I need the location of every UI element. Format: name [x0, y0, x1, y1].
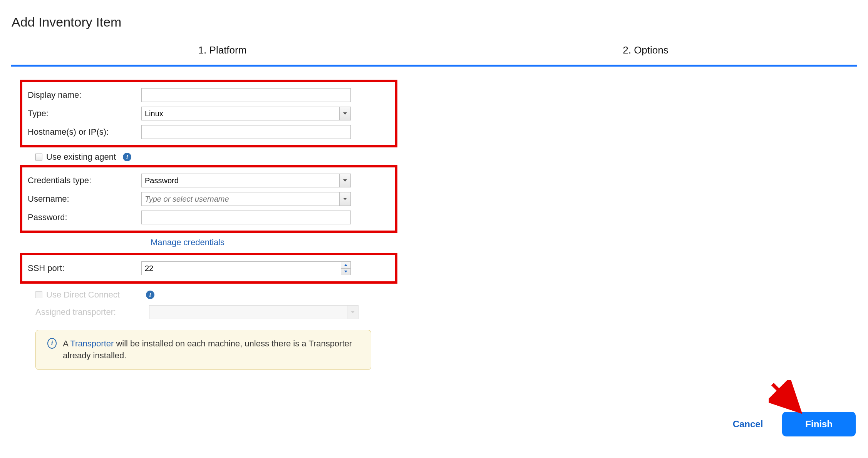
- ssh-port-input[interactable]: [141, 261, 351, 275]
- step-platform[interactable]: 1. Platform: [11, 44, 434, 65]
- highlight-box-credentials: Credentials type: Username: Password:: [20, 165, 397, 233]
- type-label: Type:: [28, 109, 141, 119]
- add-inventory-dialog: Add Inventory Item 1. Platform 2. Option…: [0, 0, 868, 452]
- chevron-down-icon: [343, 179, 347, 182]
- finish-button[interactable]: Finish: [782, 412, 856, 436]
- use-direct-connect-row: Use Direct Connect i: [20, 285, 857, 303]
- hostnames-input[interactable]: [141, 125, 351, 139]
- transporter-info-message: A Transporter will be installed on each …: [63, 338, 362, 362]
- chevron-down-icon: [343, 112, 347, 115]
- chevron-down-icon: [344, 271, 347, 272]
- credentials-type-select[interactable]: [141, 174, 351, 187]
- transporter-info-panel: i A Transporter will be installed on eac…: [35, 330, 371, 370]
- info-text-prefix: A: [63, 339, 70, 348]
- password-input[interactable]: [141, 211, 351, 224]
- use-direct-connect-checkbox: [35, 291, 42, 298]
- page-title: Add Inventory Item: [12, 15, 857, 30]
- use-existing-agent-row: Use existing agent i: [20, 149, 857, 165]
- highlight-box-basic: Display name: Type: Hostname(s) or IP(s)…: [20, 80, 397, 147]
- info-icon[interactable]: i: [123, 153, 131, 161]
- assigned-transporter-select: [149, 305, 359, 319]
- type-dropdown-button[interactable]: [339, 107, 351, 120]
- ssh-port-increment[interactable]: [341, 262, 350, 269]
- chevron-down-icon: [351, 311, 355, 313]
- dialog-footer: Cancel Finish: [11, 397, 857, 436]
- display-name-label: Display name:: [28, 90, 141, 100]
- wizard-steps: 1. Platform 2. Options: [11, 44, 857, 67]
- manage-credentials-link[interactable]: Manage credentials: [151, 234, 857, 253]
- type-select[interactable]: [141, 107, 351, 120]
- ssh-port-spinner: [341, 261, 351, 275]
- use-existing-agent-checkbox[interactable]: [35, 154, 42, 160]
- chevron-up-icon: [344, 264, 347, 266]
- assigned-transporter-dropdown-button: [347, 305, 359, 319]
- svg-line-0: [772, 384, 793, 404]
- password-label: Password:: [28, 212, 141, 222]
- info-icon: i: [47, 338, 57, 349]
- username-label: Username:: [28, 194, 141, 204]
- annotation-arrow-icon: [769, 380, 803, 415]
- hostnames-label: Hostname(s) or IP(s):: [28, 127, 141, 137]
- transporter-link[interactable]: Transporter: [70, 339, 114, 348]
- assigned-transporter-label: Assigned transporter:: [35, 307, 149, 317]
- credentials-type-dropdown-button[interactable]: [339, 174, 351, 187]
- use-direct-connect-label: Use Direct Connect: [46, 290, 120, 300]
- cancel-button[interactable]: Cancel: [731, 418, 766, 430]
- credentials-type-label: Credentials type:: [28, 176, 141, 186]
- use-existing-agent-label: Use existing agent: [46, 152, 116, 162]
- info-icon[interactable]: i: [146, 291, 154, 299]
- ssh-port-decrement[interactable]: [341, 269, 350, 275]
- username-combo[interactable]: [141, 192, 351, 206]
- form-area: Display name: Type: Hostname(s) or IP(s)…: [11, 80, 857, 370]
- display-name-input[interactable]: [141, 88, 351, 102]
- ssh-port-label: SSH port:: [28, 263, 141, 273]
- step-options[interactable]: 2. Options: [434, 44, 857, 65]
- highlight-box-ssh: SSH port:: [20, 253, 397, 284]
- chevron-down-icon: [343, 198, 347, 200]
- username-dropdown-button[interactable]: [339, 192, 351, 206]
